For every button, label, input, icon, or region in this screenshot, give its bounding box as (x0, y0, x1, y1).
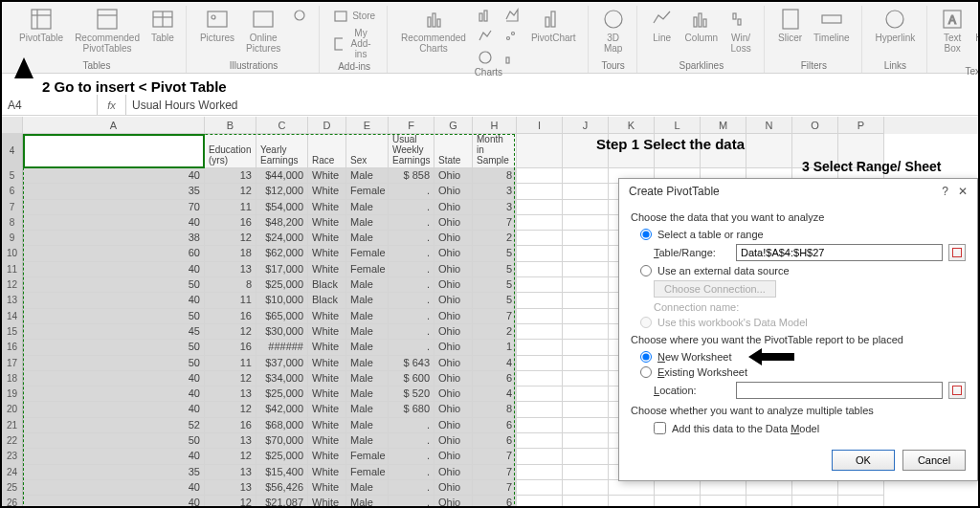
cell[interactable]: 7 (473, 480, 517, 496)
cell[interactable]: 8 (473, 168, 517, 184)
cell[interactable]: Ohio (434, 480, 473, 496)
row-number[interactable]: 9 (2, 231, 23, 246)
cell[interactable] (563, 387, 609, 402)
row-number[interactable]: 15 (2, 324, 23, 340)
col-header[interactable]: G (434, 117, 473, 134)
chart-type-4[interactable] (501, 6, 523, 25)
cell[interactable] (563, 340, 609, 355)
cell[interactable]: Female (346, 246, 389, 261)
cell[interactable]: 12 (205, 231, 256, 246)
cell[interactable] (563, 231, 609, 246)
cell[interactable]: $21,087 (256, 496, 308, 506)
cell[interactable]: Ohio (434, 215, 473, 231)
cell[interactable]: 4 (473, 387, 517, 402)
pivottable-button[interactable]: PivotTable (15, 6, 67, 45)
cell[interactable]: Male (346, 168, 389, 184)
cell[interactable]: . (389, 433, 434, 449)
cell[interactable] (655, 496, 701, 506)
name-box[interactable]: A4 (2, 95, 98, 115)
cell[interactable]: White (308, 433, 346, 449)
cell[interactable] (563, 215, 609, 231)
cell[interactable]: Male (346, 309, 389, 324)
timeline-button[interactable]: Timeline (810, 6, 853, 45)
cell[interactable]: 6 (473, 418, 517, 433)
cell[interactable] (517, 309, 563, 324)
cell[interactable] (517, 387, 563, 402)
cell[interactable]: 13 (205, 168, 256, 184)
cell[interactable] (517, 433, 563, 449)
cell[interactable] (563, 246, 609, 261)
cell[interactable]: Usual Weekly Earnings (389, 134, 434, 168)
row-number[interactable]: 18 (2, 371, 23, 387)
cell[interactable]: 40 (23, 168, 205, 184)
cell[interactable] (517, 215, 563, 231)
cell[interactable]: Male (346, 480, 389, 496)
cell[interactable]: 13 (205, 387, 256, 402)
cell[interactable]: 3 (473, 184, 517, 199)
cell[interactable]: 40 (23, 402, 205, 417)
cell[interactable] (517, 418, 563, 433)
cell[interactable] (517, 356, 563, 371)
cell[interactable]: Ohio (434, 418, 473, 433)
chart-type-5[interactable] (501, 27, 523, 46)
chart-type-6[interactable] (501, 48, 523, 67)
cell[interactable]: . (389, 480, 434, 496)
cell[interactable] (517, 231, 563, 246)
cell[interactable]: 12 (205, 324, 256, 340)
cell[interactable] (563, 168, 609, 184)
cell[interactable]: White (308, 168, 346, 184)
cell[interactable]: 11 (205, 356, 256, 371)
cell[interactable]: Male (346, 293, 389, 308)
cell[interactable] (563, 371, 609, 387)
cell[interactable]: White (308, 309, 346, 324)
cell[interactable]: Male (346, 387, 389, 402)
col-header[interactable]: P (838, 117, 884, 134)
cell[interactable]: 13 (205, 262, 256, 277)
cell[interactable] (563, 465, 609, 480)
cell[interactable]: Race (308, 134, 346, 168)
existing-worksheet-radio[interactable] (640, 366, 652, 378)
cell[interactable]: Ohio (434, 324, 473, 340)
cell[interactable]: $68,000 (256, 418, 308, 433)
cell[interactable]: $ 858 (389, 168, 434, 184)
cell[interactable]: Ohio (434, 231, 473, 246)
cell[interactable]: 7 (473, 309, 517, 324)
chart-type-2[interactable] (474, 27, 497, 46)
cell[interactable] (563, 293, 609, 308)
formula-value[interactable]: Usual Hours Worked (126, 99, 243, 112)
cell[interactable]: 40 (23, 371, 205, 387)
cell[interactable]: $25,000 (256, 387, 308, 402)
cell[interactable]: 5 (473, 277, 517, 293)
cell[interactable]: 12 (205, 371, 256, 387)
cell[interactable]: White (308, 184, 346, 199)
chart-type-1[interactable] (474, 6, 497, 25)
cell[interactable] (563, 184, 609, 199)
cell[interactable]: $34,000 (256, 371, 308, 387)
cell[interactable] (517, 200, 563, 215)
cell[interactable]: State (434, 134, 473, 168)
pivotchart-button[interactable]: PivotChart (527, 6, 580, 45)
cell[interactable]: White (308, 231, 346, 246)
cell[interactable]: . (389, 200, 434, 215)
cell[interactable] (517, 246, 563, 261)
cell[interactable]: 50 (23, 340, 205, 355)
cell[interactable]: $44,000 (256, 168, 308, 184)
row-number[interactable]: 16 (2, 340, 23, 355)
fx-icon[interactable]: fx (98, 95, 126, 115)
cell[interactable]: Male (346, 418, 389, 433)
cell[interactable]: Yearly Earnings (256, 134, 308, 168)
cell[interactable] (655, 480, 701, 496)
range-picker-icon[interactable] (948, 244, 966, 261)
cell[interactable]: 70 (23, 200, 205, 215)
cell[interactable]: $ 680 (389, 402, 434, 417)
cell[interactable] (517, 449, 563, 464)
store-button[interactable]: Store (329, 6, 379, 25)
cell[interactable]: 8 (473, 402, 517, 417)
cell[interactable]: $30,000 (256, 324, 308, 340)
cell[interactable] (517, 293, 563, 308)
cell[interactable]: $ 520 (389, 387, 434, 402)
cell[interactable]: White (308, 324, 346, 340)
row-number[interactable]: 22 (2, 433, 23, 449)
cell[interactable]: 35 (23, 184, 205, 199)
cell[interactable]: 18 (205, 246, 256, 261)
